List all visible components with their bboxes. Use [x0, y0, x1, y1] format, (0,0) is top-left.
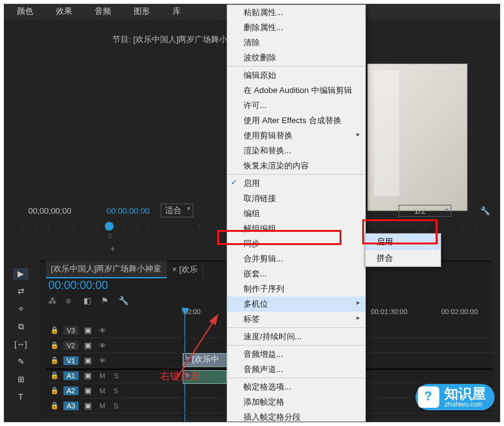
lock-icon[interactable]: 🔒 [50, 371, 60, 380]
linked-selection-icon[interactable]: ⌾ [66, 296, 76, 305]
mute-button[interactable]: M [97, 372, 107, 380]
logo-url: zhishiwu.com [444, 401, 486, 408]
ctx-item-20[interactable]: 标签 [227, 312, 365, 328]
settings-icon[interactable]: ⚑ [101, 296, 111, 305]
track-name[interactable]: V3 [63, 326, 78, 335]
context-menu[interactable]: 粘贴属性...删除属性...清除波纹删除编辑原始在 Adobe Audition… [227, 4, 366, 422]
logo-icon [418, 386, 439, 408]
solo-button[interactable]: S [111, 387, 121, 395]
resolution-dropdown[interactable]: 1/2 [399, 205, 451, 217]
mute-button[interactable]: M [97, 387, 107, 395]
program-tab[interactable]: 节目: [欢乐中国人]两岁广场舞小 [105, 32, 235, 47]
solo-button[interactable]: S [111, 372, 121, 380]
track-select-tool-icon[interactable]: ⇄ [13, 286, 28, 297]
top-menu-library[interactable]: 库 [173, 6, 181, 19]
razor-tool-icon[interactable]: ⧉ [13, 321, 28, 332]
lock-icon[interactable]: 🔒 [50, 341, 60, 349]
ctx-item-4[interactable]: 编辑原始 [227, 68, 365, 83]
snap-icon[interactable]: ⁂ [48, 296, 58, 305]
ctx-item-19[interactable]: 多机位 [227, 297, 365, 312]
fx-toggle-icon[interactable]: ▣ [82, 371, 94, 380]
hand-tool-icon[interactable]: ⊞ [13, 374, 28, 385]
ctx-item-21[interactable]: 速度/持续时间... [227, 329, 365, 346]
scrubber-knob[interactable] [105, 222, 114, 231]
ctx-item-11[interactable]: ✓启用 [227, 176, 365, 191]
add-marker-icon[interactable]: ＋ [109, 244, 117, 253]
ctx-item-label: 音频增益... [244, 349, 283, 359]
ctx-item-2[interactable]: 清除 [227, 35, 365, 50]
ctx-item-label: 在 Adobe Audition 中编辑剪辑 [244, 85, 352, 95]
sequence-tab-2[interactable]: × [欢乐 [167, 261, 203, 278]
eye-icon[interactable]: 👁 [97, 327, 107, 334]
ctx-item-10[interactable]: 恢复未渲染的内容 [227, 158, 365, 175]
context-submenu[interactable]: 启用 拼合 [365, 233, 441, 267]
ctx-item-0[interactable]: 粘贴属性... [227, 5, 365, 20]
track-name[interactable]: A2 [63, 386, 78, 395]
ctx-item-22[interactable]: 音频增益... [227, 347, 365, 362]
marker-icon[interactable]: ◧ [83, 296, 94, 305]
top-menu-color[interactable]: 颜色 [17, 6, 33, 19]
submenu-enable[interactable]: 启用 [365, 234, 441, 250]
settings-wrench-icon[interactable]: 🔧 [480, 206, 490, 216]
playhead-timecode[interactable]: 00:00:00:00 [107, 206, 150, 216]
ctx-item-16[interactable]: 合并剪辑... [227, 251, 365, 266]
ctx-item-18[interactable]: 制作子序列 [227, 281, 365, 297]
lock-icon[interactable]: 🔒 [50, 326, 60, 334]
lock-icon[interactable]: 🔒 [50, 386, 60, 395]
ctx-item-15[interactable]: 同步 [227, 236, 365, 251]
ctx-item-13[interactable]: 编组 [227, 206, 365, 221]
ruler-seg-2: 00:02:00:00 [441, 308, 478, 315]
ctx-item-label: 恢复未渲染的内容 [244, 161, 309, 170]
marker-stop-icon[interactable]: ○ [107, 231, 112, 241]
selection-tool-icon[interactable]: ▶ [13, 268, 28, 280]
fx-toggle-icon[interactable]: ▣ [82, 325, 94, 335]
track-name[interactable]: A3 [63, 401, 78, 410]
ctx-item-label: 编组 [244, 209, 260, 218]
ctx-item-12[interactable]: 取消链接 [227, 191, 365, 206]
type-tool-icon[interactable]: T [13, 391, 28, 403]
wrench-icon[interactable]: 🔧 [119, 296, 129, 305]
top-menu-audio[interactable]: 音频 [95, 6, 111, 19]
ctx-item-label: 波纹删除 [244, 53, 276, 62]
ctx-item-9[interactable]: 渲染和替换... [227, 143, 365, 158]
top-menu-graphics[interactable]: 图形 [134, 6, 150, 19]
ctx-item-7[interactable]: 使用 After Effects 合成替换 [227, 113, 365, 128]
ctx-item-24[interactable]: 帧定格选项... [227, 380, 365, 395]
ripple-tool-icon[interactable]: ✧ [13, 303, 28, 315]
top-menu-effects[interactable]: 效果 [56, 6, 72, 19]
lock-icon[interactable]: 🔒 [50, 356, 60, 364]
ctx-item-25[interactable]: 添加帧定格 [227, 395, 365, 410]
mute-button[interactable]: M [97, 402, 107, 410]
ctx-item-26[interactable]: 插入帧定格分段 [227, 410, 365, 422]
ctx-item-3[interactable]: 波纹删除 [227, 50, 365, 67]
track-name[interactable]: A1 [63, 371, 78, 380]
ctx-item-label: 合并剪辑... [244, 254, 283, 263]
ctx-item-1[interactable]: 删除属性... [227, 20, 365, 35]
fx-toggle-icon[interactable]: ▣ [82, 386, 94, 395]
track-name[interactable]: V2 [63, 341, 78, 350]
lock-icon[interactable]: 🔒 [50, 401, 60, 410]
ctx-item-6[interactable]: 许可... [227, 98, 365, 113]
eye-icon[interactable]: 👁 [97, 342, 107, 349]
ctx-item-17[interactable]: 嵌套... [227, 266, 365, 281]
ctx-item-8[interactable]: 使用剪辑替换 [227, 128, 365, 143]
ctx-item-label: 取消链接 [244, 194, 276, 203]
track-name[interactable]: V1 [63, 356, 78, 365]
solo-button[interactable]: S [111, 402, 121, 410]
zoom-fit-dropdown[interactable]: 适合 [161, 204, 193, 217]
ctx-item-5[interactable]: 在 Adobe Audition 中编辑剪辑 [227, 83, 365, 98]
video-clip[interactable]: fx [欢乐中 [183, 353, 227, 367]
ctx-item-label: 渲染和替换... [244, 146, 291, 155]
eye-icon[interactable]: 👁 [97, 357, 107, 364]
ctx-item-label: 音频声道... [244, 364, 283, 374]
fx-toggle-icon[interactable]: ▣ [82, 341, 94, 350]
ctx-item-14[interactable]: 解组编组 [227, 221, 365, 236]
fx-toggle-icon[interactable]: ▣ [82, 401, 94, 410]
ctx-item-label: 制作子序列 [244, 284, 284, 293]
slip-tool-icon[interactable]: [↔] [13, 339, 28, 350]
fx-toggle-icon[interactable]: ▣ [82, 356, 94, 365]
submenu-flatten[interactable]: 拼合 [365, 250, 441, 266]
pen-tool-icon[interactable]: ✎ [13, 356, 28, 368]
ctx-item-23[interactable]: 音频声道... [227, 362, 365, 378]
sequence-tab-1[interactable]: [欢乐中国人]两岁广场舞小神童 [46, 261, 167, 278]
